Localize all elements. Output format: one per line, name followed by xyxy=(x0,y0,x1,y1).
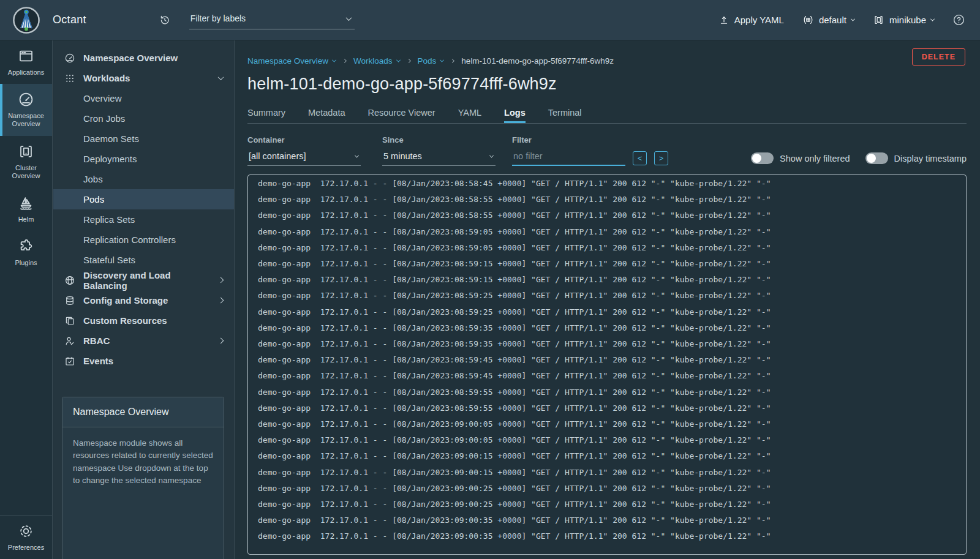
delete-button[interactable]: DELETE xyxy=(912,48,965,66)
namespace-icon xyxy=(802,14,814,26)
rail-item-plugins[interactable]: Plugins xyxy=(0,231,52,274)
sidebar-item-workloads[interactable]: Workloads xyxy=(53,68,234,88)
log-line: demo-go-app 172.17.0.1 - - [08/Jan/2023:… xyxy=(258,400,966,416)
sidebar-item-replication-controllers[interactable]: Replication Controllers xyxy=(53,230,234,250)
gauge-icon xyxy=(64,53,75,64)
breadcrumb-namespace-overview[interactable]: Namespace Overview xyxy=(247,56,336,66)
card-body: Namespace module shows all resources rel… xyxy=(62,427,224,497)
breadcrumb-current: helm-101-demo-go-app-5f69774fff-6wh9z xyxy=(461,56,614,66)
filter-by-labels-placeholder: Filter by labels xyxy=(190,13,246,23)
octant-logo[interactable] xyxy=(12,6,40,34)
main-content: DELETE Namespace Overview Workloads Pods… xyxy=(235,40,980,559)
rail-item-applications[interactable]: Applications xyxy=(0,40,52,84)
toggle-label: Show only filtered xyxy=(780,154,850,163)
breadcrumb-pods[interactable]: Pods xyxy=(418,56,444,66)
history-icon[interactable] xyxy=(159,14,171,26)
display-timestamp-toggle[interactable]: Display timestamp xyxy=(865,152,967,164)
breadcrumb: Namespace Overview Workloads Pods helm-1… xyxy=(247,56,967,66)
rail-label: Plugins xyxy=(15,259,37,267)
chevron-down-icon xyxy=(345,15,352,21)
cluster-icon xyxy=(18,143,34,160)
sidebar-item-namespace-overview[interactable]: Namespace Overview xyxy=(53,48,234,68)
nav-label: RBAC xyxy=(83,336,110,346)
chevron-down-icon xyxy=(440,58,444,62)
chevron-down-icon xyxy=(355,153,359,157)
namespace-value: default xyxy=(819,15,846,25)
show-only-filtered-toggle[interactable]: Show only filtered xyxy=(751,152,850,164)
sidebar-item-stateful-sets[interactable]: Stateful Sets xyxy=(53,250,234,270)
container-select[interactable]: [all containers] xyxy=(247,151,361,166)
chevron-down-icon xyxy=(489,153,494,157)
gauge-icon xyxy=(18,91,34,108)
sidebar-item-jobs[interactable]: Jobs xyxy=(53,169,234,189)
prev-match-button[interactable]: < xyxy=(633,151,647,165)
app-title: Octant xyxy=(53,13,86,26)
since-select[interactable]: 5 minutes xyxy=(382,151,496,166)
toggle-label: Display timestamp xyxy=(894,154,967,163)
helm-boat-icon xyxy=(18,195,34,211)
log-line: demo-go-app 172.17.0.1 - - [08/Jan/2023:… xyxy=(258,512,966,528)
page-title: helm-101-demo-go-app-5f69774fff-6wh9z xyxy=(247,75,967,94)
help-icon[interactable] xyxy=(952,13,965,26)
sidebar-item-discovery-load-balancing[interactable]: Discovery and Load Balancing xyxy=(53,270,234,290)
rail-item-cluster-overview[interactable]: Cluster Overview xyxy=(0,136,52,187)
filter-input[interactable] xyxy=(512,151,625,166)
tab-terminal[interactable]: Terminal xyxy=(548,108,582,123)
log-line: demo-go-app 172.17.0.1 - - [08/Jan/2023:… xyxy=(258,240,966,256)
log-line: demo-go-app 172.17.0.1 - - [08/Jan/2023:… xyxy=(258,272,966,288)
context-value: minikube xyxy=(889,15,926,25)
next-match-button[interactable]: > xyxy=(654,151,668,165)
filter-by-labels-input[interactable]: Filter by labels xyxy=(189,11,355,29)
log-line: demo-go-app 172.17.0.1 - - [08/Jan/2023:… xyxy=(258,416,966,432)
since-label: Since xyxy=(382,135,496,144)
tab-resource-viewer[interactable]: Resource Viewer xyxy=(368,108,435,123)
tab-bar: Summary Metadata Resource Viewer YAML Lo… xyxy=(247,108,967,124)
tab-logs[interactable]: Logs xyxy=(504,108,526,123)
sidebar-item-cron-jobs[interactable]: Cron Jobs xyxy=(53,108,234,129)
log-line: demo-go-app 172.17.0.1 - - [08/Jan/2023:… xyxy=(258,192,966,208)
namespace-overview-card: Namespace Overview Namespace module show… xyxy=(62,397,224,559)
since-select-value: 5 minutes xyxy=(383,151,422,161)
sidebar-item-daemon-sets[interactable]: Daemon Sets xyxy=(53,129,234,149)
toggle-off-icon xyxy=(751,152,774,164)
tab-yaml[interactable]: YAML xyxy=(458,108,481,123)
log-line: demo-go-app 172.17.0.1 - - [08/Jan/2023:… xyxy=(258,481,966,497)
database-icon xyxy=(64,295,75,306)
puzzle-icon xyxy=(18,238,34,255)
log-line: demo-go-app 172.17.0.1 - - [08/Jan/2023:… xyxy=(258,336,966,352)
tab-summary[interactable]: Summary xyxy=(247,108,285,123)
nav-label: Discovery and Load Balancing xyxy=(83,270,211,291)
chevron-down-icon xyxy=(930,17,935,21)
applications-icon xyxy=(18,48,34,64)
nav-label: Workloads xyxy=(83,73,130,83)
sidebar-item-config-storage[interactable]: Config and Storage xyxy=(53,290,234,310)
log-line: demo-go-app 172.17.0.1 - - [08/Jan/2023:… xyxy=(258,176,966,192)
sidebar-item-pods[interactable]: Pods xyxy=(53,189,234,209)
rail-item-preferences[interactable]: Preferences xyxy=(0,515,52,559)
apply-yaml-button[interactable]: Apply YAML xyxy=(718,15,784,26)
chevron-down-icon xyxy=(851,17,855,21)
log-line: demo-go-app 172.17.0.1 - - [08/Jan/2023:… xyxy=(258,208,966,223)
filter-label: Filter xyxy=(512,135,625,144)
log-line: demo-go-app 172.17.0.1 - - [08/Jan/2023:… xyxy=(258,304,966,320)
module-rail: Applications Namespace Overview Cluster … xyxy=(0,40,53,559)
context-selector[interactable]: minikube xyxy=(873,14,934,26)
sidebar-item-replica-sets[interactable]: Replica Sets xyxy=(53,209,234,230)
sidebar-item-overview[interactable]: Overview xyxy=(53,88,234,108)
sidebar-item-rbac[interactable]: RBAC xyxy=(53,331,234,351)
rail-label: Cluster Overview xyxy=(2,164,50,180)
sidebar-item-events[interactable]: Events xyxy=(53,351,234,371)
sidebar-item-deployments[interactable]: Deployments xyxy=(53,149,234,169)
namespace-selector[interactable]: default xyxy=(802,14,854,26)
log-output[interactable]: demo-go-app 172.17.0.1 - - [08/Jan/2023:… xyxy=(247,174,967,555)
nav-label: Custom Resources xyxy=(83,315,167,326)
nav-label: Config and Storage xyxy=(83,295,168,306)
rail-item-helm[interactable]: Helm xyxy=(0,187,52,231)
rail-item-namespace-overview[interactable]: Namespace Overview xyxy=(0,84,52,135)
chevron-right-icon xyxy=(218,277,224,283)
log-line: demo-go-app 172.17.0.1 - - [08/Jan/2023:… xyxy=(258,352,966,368)
sidebar-item-custom-resources[interactable]: Custom Resources xyxy=(53,310,234,331)
rail-label: Helm xyxy=(18,216,34,223)
tab-metadata[interactable]: Metadata xyxy=(308,108,345,123)
breadcrumb-workloads[interactable]: Workloads xyxy=(353,56,400,66)
